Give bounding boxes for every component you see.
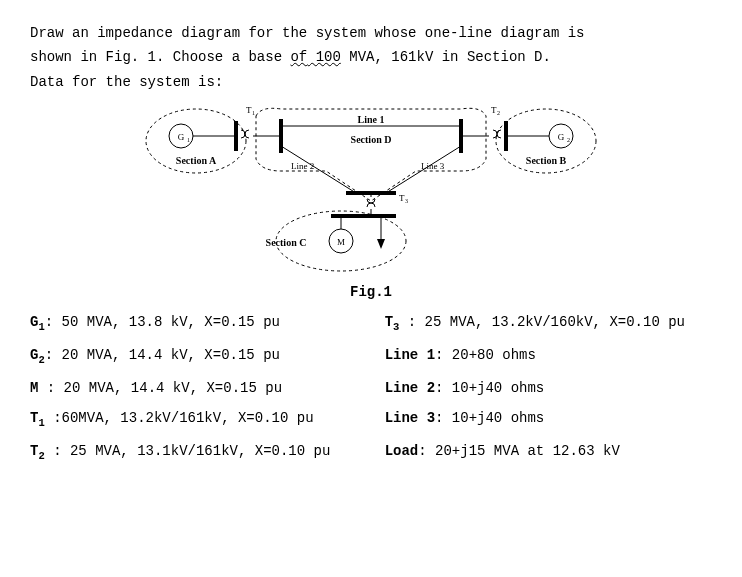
svg-text:Line 3: Line 3 <box>421 161 445 171</box>
svg-text:2: 2 <box>567 137 570 143</box>
svg-text:M: M <box>337 237 345 247</box>
data-t1: T1 :60MVA, 13.2kV/161kV, X=0.10 pu <box>30 410 385 429</box>
svg-text:2: 2 <box>497 110 500 116</box>
prompt-of: of <box>290 49 307 65</box>
data-g1: G1: 50 MVA, 13.8 kV, X=0.15 pu <box>30 314 385 333</box>
svg-text:G: G <box>558 132 565 142</box>
prompt-line-2: shown in Fig. 1. Choose a base of 100 MV… <box>30 46 712 68</box>
component-data: G1: 50 MVA, 13.8 kV, X=0.15 pu T3 : 25 M… <box>30 314 712 461</box>
data-m: M : 20 MVA, 14.4 kV, X=0.15 pu <box>30 380 385 396</box>
svg-text:3: 3 <box>405 198 408 204</box>
svg-marker-23 <box>377 239 385 249</box>
svg-text:Line 2: Line 2 <box>291 161 314 171</box>
data-l2: Line 2: 10+j40 ohms <box>385 380 712 396</box>
svg-text:Section D: Section D <box>351 134 392 145</box>
prompt-2b: MVA, 161kV in Section D. <box>341 49 551 65</box>
data-t2: T2 : 25 MVA, 13.1kV/161kV, X=0.10 pu <box>30 443 385 462</box>
svg-text:1: 1 <box>252 110 255 116</box>
svg-text:1: 1 <box>187 137 190 143</box>
data-g2: G2: 20 MVA, 14.4 kV, X=0.15 pu <box>30 347 385 366</box>
prompt-2a: shown in Fig. 1. Choose a base <box>30 49 290 65</box>
figure-1: G 1 G 2 M T 1 T 2 T 3 Line 1 Section D L… <box>30 101 712 280</box>
one-line-diagram: G 1 G 2 M T 1 T 2 T 3 Line 1 Section D L… <box>141 101 601 276</box>
data-t3: T3 : 25 MVA, 13.2kV/160kV, X=0.10 pu <box>385 314 712 333</box>
data-l3: Line 3: 10+j40 ohms <box>385 410 712 429</box>
data-load: Load: 20+j15 MVA at 12.63 kV <box>385 443 712 462</box>
prompt-line-1: Draw an impedance diagram for the system… <box>30 22 712 44</box>
prompt-line-3: Data for the system is: <box>30 71 712 93</box>
svg-text:G: G <box>178 132 185 142</box>
svg-text:Section A: Section A <box>176 155 217 166</box>
svg-text:Line 1: Line 1 <box>358 114 385 125</box>
prompt-100: 100 <box>307 49 341 65</box>
svg-text:Section B: Section B <box>526 155 567 166</box>
figure-caption: Fig.1 <box>30 284 712 300</box>
svg-text:Section C: Section C <box>266 237 307 248</box>
data-l1: Line 1: 20+80 ohms <box>385 347 712 366</box>
